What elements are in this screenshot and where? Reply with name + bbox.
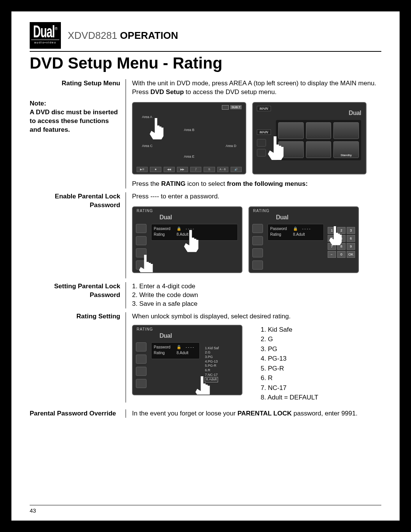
brand-name: Dual — [33, 24, 55, 41]
left-column: Rating Setup Menu Note: A DVD disc must … — [30, 79, 120, 189]
rating-password-figure: RATING Dual Password🔒- - - - Rating8.Adu… — [132, 206, 242, 273]
screenshot-row-2: RATING Dual Password🔒- - - - Rating8.Adu… — [132, 206, 381, 273]
row-setting-lock: Setting Parental Lock Password 1. Enter … — [30, 282, 381, 308]
page-title: DVD Setup Menu - Rating — [30, 54, 381, 72]
label-rating-setting: Rating Setting — [30, 312, 120, 321]
main-menu-grid — [276, 120, 361, 160]
screenshot-row-1: SUB.T Area A Area B Area C Area D Area E… — [132, 102, 381, 174]
rating-keypad-figure: RATING Dual Password🔒- - - - Rating8.Adu… — [249, 206, 359, 273]
label-rating-setup: Rating Setup Menu — [30, 79, 120, 88]
label-setting-lock: Setting Parental Lock Password — [30, 282, 120, 300]
row-rating-setting: Rating Setting When unlock symbol is dis… — [30, 312, 381, 403]
manual-page: Dual ® audio•video XDVD8281 OPERATION DV… — [11, 11, 400, 521]
page-header: Dual ® audio•video XDVD8281 OPERATION — [30, 22, 381, 49]
label-enable-lock: Enable Parental Lock Password — [30, 192, 120, 210]
right-column: With the unit in DVD mode, press AREA A … — [126, 79, 381, 189]
touchscreen-areas-figure: SUB.T Area A Area B Area C Area D Area E… — [132, 102, 246, 174]
override-text: In the event you forget or loose your PA… — [132, 409, 381, 418]
subtitle-indicator: SUB.T — [222, 105, 242, 110]
footer-rule — [30, 505, 381, 505]
ratings-legend: 1. Kid Safe 2. G 3. PG 4. PG-13 5. PG-R … — [261, 325, 318, 403]
intro-text: With the unit in DVD mode, press AREA A … — [132, 79, 381, 97]
setting-steps: 1. Enter a 4-digit code 2. Write the cod… — [132, 282, 381, 308]
main-menu-figure: MAIN Dual MAIN — [252, 102, 366, 174]
header-title: XDVD8281 OPERATION — [68, 30, 178, 42]
row-override: Parental Password Override In the event … — [30, 409, 381, 418]
page-number: 43 — [30, 507, 36, 514]
row-enable-lock: Enable Parental Lock Password Press ----… — [30, 192, 381, 278]
rating-list-figure: RATING Dual Password🔓- - - - Rating8.Adu… — [132, 325, 242, 395]
content-columns: Rating Setup Menu Note: A DVD disc must … — [30, 79, 381, 189]
note-block: Note: A DVD disc must be inserted to acc… — [30, 99, 120, 134]
standby-tile — [333, 141, 359, 158]
press-rating-text: Press the RATING icon to select from the… — [132, 180, 381, 189]
brand-logo: Dual ® audio•video — [30, 22, 61, 49]
rating-options-figure: 1.Kid Saf 2.G 3.PG 4.PG-13 5.PG-R 6.R 7.… — [205, 346, 219, 383]
label-override: Parental Password Override — [30, 409, 120, 418]
header-rule — [30, 51, 381, 52]
transport-bar: ▶/II ■ ◀◀ ▶▶ ⤴ ⎘ A→B 🔊 — [137, 167, 242, 172]
